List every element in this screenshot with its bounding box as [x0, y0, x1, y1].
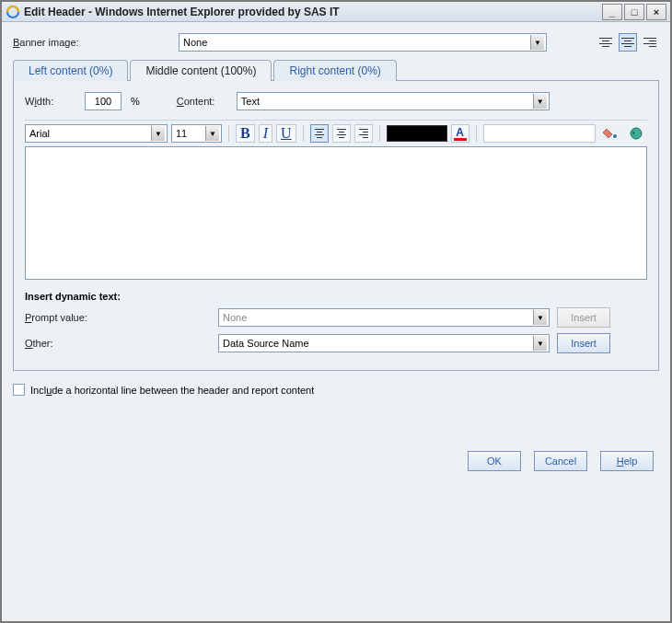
banner-align-left[interactable] — [597, 33, 615, 52]
editor-toolbar: Arial ▼ 11 ▼ B I U A — [25, 120, 647, 144]
banner-align-group — [597, 33, 659, 52]
close-button[interactable]: × — [646, 4, 666, 20]
background-color-swatch[interactable] — [387, 125, 447, 142]
bold-button[interactable]: B — [236, 124, 255, 143]
dynamic-section-label: Insert dynamic text: — [25, 291, 647, 302]
dropdown-arrow-icon: ▼ — [205, 126, 219, 141]
text-align-right[interactable] — [354, 124, 373, 143]
width-input[interactable] — [85, 92, 122, 110]
font-color-button[interactable]: A — [451, 124, 469, 143]
prompt-value-row: Prompt value: None ▼ Insert — [25, 307, 647, 328]
width-content-row: Width: % Content: Text ▼ — [25, 92, 647, 110]
content-select[interactable]: Text ▼ — [237, 92, 550, 110]
banner-select-value: None — [181, 37, 530, 48]
dropdown-arrow-icon: ▼ — [533, 336, 547, 351]
dropdown-arrow-icon: ▼ — [151, 126, 165, 141]
dropdown-arrow-icon: ▼ — [533, 310, 547, 325]
hr-checkbox-row: Include a horizontal line between the he… — [13, 384, 659, 396]
font-color-icon: A — [456, 127, 464, 138]
width-unit: % — [131, 96, 140, 107]
fill-button[interactable] — [599, 124, 621, 143]
toolbar-separator — [303, 125, 304, 142]
title-bar: Edit Header - Windows Internet Explorer … — [2, 2, 670, 22]
banner-align-center[interactable] — [619, 33, 637, 52]
window-title: Edit Header - Windows Internet Explorer … — [24, 6, 340, 18]
banner-select[interactable]: None ▼ — [179, 33, 547, 52]
tab-left-content[interactable]: Left content (0%) — [13, 60, 128, 81]
toolbar-spacer-box — [483, 124, 596, 143]
underline-button[interactable]: U — [276, 124, 296, 143]
tabs: Left content (0%) Middle content (100%) … — [13, 59, 659, 80]
tab-right-content[interactable]: Right content (0%) — [273, 60, 396, 81]
other-select[interactable]: Data Source Name ▼ — [218, 334, 550, 352]
horizontal-line-checkbox[interactable] — [13, 384, 25, 396]
dropdown-arrow-icon: ▼ — [533, 94, 547, 109]
font-color-bar — [454, 138, 467, 141]
toolbar-separator — [228, 125, 229, 142]
content-label: Content: — [177, 96, 227, 107]
prompt-value-select[interactable]: None ▼ — [218, 308, 550, 327]
font-size-select[interactable]: 11 ▼ — [171, 124, 222, 143]
svg-point-1 — [613, 134, 617, 138]
globe-button[interactable] — [625, 124, 647, 143]
svg-point-2 — [631, 128, 642, 139]
ok-button[interactable]: OK — [468, 451, 521, 471]
italic-button[interactable]: I — [259, 124, 272, 143]
tab-middle-content[interactable]: Middle content (100%) — [130, 60, 272, 81]
banner-row: Banner image: None ▼ — [13, 33, 659, 52]
ie-icon — [6, 5, 20, 19]
toolbar-separator — [379, 125, 380, 142]
dialog-body: Banner image: None ▼ Left content (0%) M… — [2, 22, 670, 621]
text-editor[interactable] — [25, 146, 647, 280]
insert-prompt-button: Insert — [557, 307, 610, 328]
dialog-buttons: OK Cancel Help — [13, 451, 659, 471]
other-value-text: Data Source Name — [221, 338, 533, 349]
width-label: Width: — [25, 96, 75, 107]
prompt-value-text: None — [221, 312, 533, 323]
banner-align-right[interactable] — [641, 33, 659, 52]
toolbar-separator — [476, 125, 477, 142]
insert-other-button[interactable]: Insert — [557, 333, 610, 353]
font-size-value: 11 — [174, 128, 205, 139]
help-button[interactable]: Help — [600, 451, 654, 471]
other-label: Other: — [25, 338, 218, 349]
tab-panel: Width: % Content: Text ▼ Arial ▼ 11 ▼ B … — [13, 80, 659, 371]
font-family-value: Arial — [28, 128, 151, 139]
text-align-left[interactable] — [310, 124, 329, 143]
horizontal-line-label: Include a horizontal line between the he… — [30, 385, 314, 396]
banner-label: Banner image: — [13, 37, 179, 48]
other-row: Other: Data Source Name ▼ Insert — [25, 333, 647, 353]
cancel-button[interactable]: Cancel — [534, 451, 587, 471]
text-align-center[interactable] — [332, 124, 351, 143]
dropdown-arrow-icon: ▼ — [530, 35, 544, 50]
font-family-select[interactable]: Arial ▼ — [25, 124, 168, 143]
prompt-value-label: Prompt value: — [25, 312, 218, 323]
content-select-value: Text — [239, 96, 533, 107]
maximize-button[interactable]: □ — [624, 4, 644, 20]
minimize-button[interactable]: _ — [602, 4, 622, 20]
